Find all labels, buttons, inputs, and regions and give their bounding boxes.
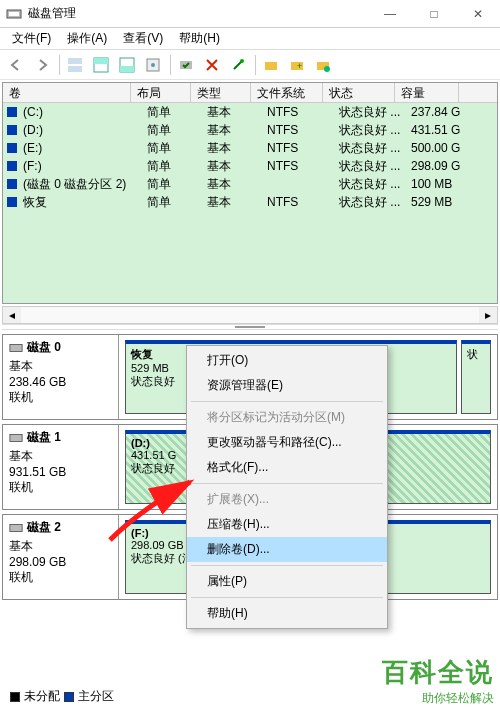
col-status[interactable]: 状态 (323, 83, 395, 102)
volume-name: 恢复 (23, 194, 147, 211)
ctx-help[interactable]: 帮助(H) (187, 601, 387, 626)
partition[interactable]: 状 (461, 340, 491, 414)
volume-type: 基本 (207, 176, 267, 193)
column-headers: 卷 布局 类型 文件系统 状态 容量 (3, 83, 497, 103)
disk-info[interactable]: 磁盘 1 基本 931.51 GB 联机 (3, 425, 119, 509)
disk-info[interactable]: 磁盘 0 基本 238.46 GB 联机 (3, 335, 119, 419)
disk-info[interactable]: 磁盘 2 基本 298.09 GB 联机 (3, 515, 119, 599)
forward-button[interactable] (30, 53, 54, 77)
menu-help[interactable]: 帮助(H) (171, 28, 228, 49)
volume-fs: NTFS (267, 123, 339, 137)
menu-file[interactable]: 文件(F) (4, 28, 59, 49)
scroll-track[interactable] (21, 307, 479, 323)
ctx-explorer[interactable]: 资源管理器(E) (187, 373, 387, 398)
volume-color-bar (7, 143, 17, 153)
view-bottom-icon[interactable] (115, 53, 139, 77)
volume-name: (E:) (23, 141, 147, 155)
ctx-separator (191, 597, 383, 598)
settings-icon[interactable] (141, 53, 165, 77)
col-type[interactable]: 类型 (191, 83, 251, 102)
menu-action[interactable]: 操作(A) (59, 28, 115, 49)
folder-sync-icon[interactable] (311, 53, 335, 77)
volume-row[interactable]: (D:) 简单 基本 NTFS 状态良好 ... 431.51 G (3, 121, 497, 139)
volume-name: (磁盘 0 磁盘分区 2) (23, 176, 147, 193)
ctx-delete-volume[interactable]: 删除卷(D)... (187, 537, 387, 562)
ctx-separator (191, 565, 383, 566)
close-button[interactable]: ✕ (456, 0, 500, 28)
title-bar: 磁盘管理 — □ ✕ (0, 0, 500, 28)
view-both-icon[interactable] (63, 53, 87, 77)
legend-unallocated-swatch (10, 692, 20, 702)
ctx-separator (191, 483, 383, 484)
svg-rect-5 (94, 58, 108, 64)
minimize-button[interactable]: — (368, 0, 412, 28)
volume-status: 状态良好 ... (339, 176, 411, 193)
maximize-button[interactable]: □ (412, 0, 456, 28)
volume-layout: 简单 (147, 176, 207, 193)
volume-type: 基本 (207, 194, 267, 211)
volume-name: (F:) (23, 159, 147, 173)
volume-row[interactable]: (E:) 简单 基本 NTFS 状态良好 ... 500.00 G (3, 139, 497, 157)
volume-capacity: 298.09 G (411, 159, 475, 173)
disk-type: 基本 (9, 538, 112, 555)
disk-status: 联机 (9, 389, 112, 406)
volume-color-bar (7, 179, 17, 189)
ctx-change-path[interactable]: 更改驱动器号和路径(C)... (187, 430, 387, 455)
volume-status: 状态良好 ... (339, 158, 411, 175)
volume-status: 状态良好 ... (339, 194, 411, 211)
volume-row[interactable]: (F:) 简单 基本 NTFS 状态良好 ... 298.09 G (3, 157, 497, 175)
col-layout[interactable]: 布局 (131, 83, 191, 102)
volume-row[interactable]: 恢复 简单 基本 NTFS 状态良好 ... 529 MB (3, 193, 497, 211)
volume-row[interactable]: (磁盘 0 磁盘分区 2) 简单 基本 状态良好 ... 100 MB (3, 175, 497, 193)
volume-capacity: 237.84 G (411, 105, 475, 119)
svg-point-16 (324, 66, 330, 72)
legend-primary: 主分区 (78, 688, 114, 705)
col-volume[interactable]: 卷 (3, 83, 131, 102)
ctx-properties[interactable]: 属性(P) (187, 569, 387, 594)
back-button[interactable] (4, 53, 28, 77)
disk-status: 联机 (9, 479, 112, 496)
action-icon[interactable] (174, 53, 198, 77)
svg-point-11 (240, 59, 244, 63)
volume-status: 状态良好 ... (339, 140, 411, 157)
volume-layout: 简单 (147, 140, 207, 157)
toolbar-separator (170, 55, 171, 75)
col-fs[interactable]: 文件系统 (251, 83, 323, 102)
volume-list: 卷 布局 类型 文件系统 状态 容量 (C:) 简单 基本 NTFS 状态良好 … (2, 82, 498, 304)
ctx-shrink[interactable]: 压缩卷(H)... (187, 512, 387, 537)
disk-name: 磁盘 2 (27, 519, 61, 536)
toolbar: + (0, 50, 500, 80)
volume-name: (D:) (23, 123, 147, 137)
h-scrollbar[interactable]: ◂ ▸ (2, 306, 498, 324)
splitter[interactable] (2, 324, 498, 330)
volume-capacity: 431.51 G (411, 123, 475, 137)
volume-fs: NTFS (267, 105, 339, 119)
ctx-format[interactable]: 格式化(F)... (187, 455, 387, 480)
watermark-subtitle: 助你轻松解决 (382, 690, 494, 707)
svg-point-9 (151, 63, 155, 67)
app-icon (6, 6, 22, 22)
ctx-open[interactable]: 打开(O) (187, 348, 387, 373)
scroll-left-icon[interactable]: ◂ (3, 307, 21, 323)
menu-view[interactable]: 查看(V) (115, 28, 171, 49)
volume-color-bar (7, 197, 17, 207)
volume-rows: (C:) 简单 基本 NTFS 状态良好 ... 237.84 G (D:) 简… (3, 103, 497, 303)
col-capacity[interactable]: 容量 (395, 83, 459, 102)
ctx-separator (191, 401, 383, 402)
folder-add-icon[interactable]: + (285, 53, 309, 77)
volume-layout: 简单 (147, 122, 207, 139)
folder-icon[interactable] (259, 53, 283, 77)
ctx-extend: 扩展卷(X)... (187, 487, 387, 512)
delete-icon[interactable] (200, 53, 224, 77)
disk-type: 基本 (9, 358, 112, 375)
scroll-right-icon[interactable]: ▸ (479, 307, 497, 323)
disk-icon (9, 341, 23, 355)
svg-rect-19 (10, 524, 22, 531)
volume-color-bar (7, 107, 17, 117)
volume-color-bar (7, 161, 17, 171)
volume-row[interactable]: (C:) 简单 基本 NTFS 状态良好 ... 237.84 G (3, 103, 497, 121)
properties-icon[interactable] (226, 53, 250, 77)
volume-type: 基本 (207, 104, 267, 121)
view-top-icon[interactable] (89, 53, 113, 77)
volume-fs: NTFS (267, 195, 339, 209)
